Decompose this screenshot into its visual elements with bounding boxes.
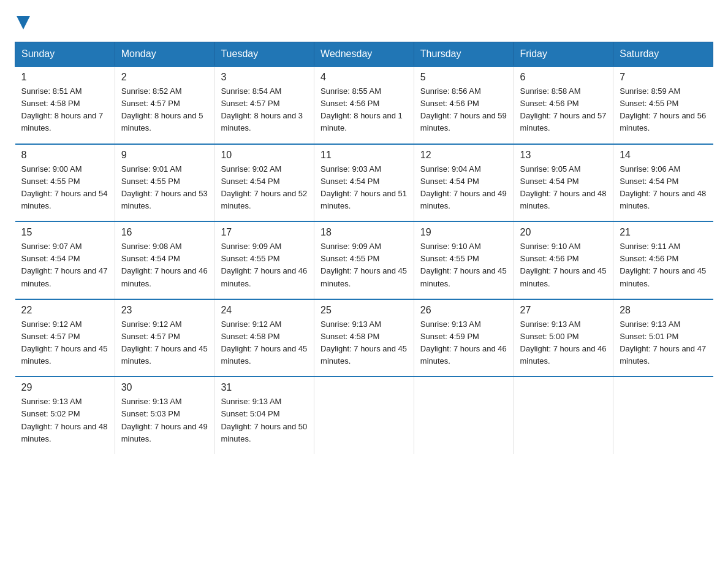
day-number: 1 (21, 72, 108, 83)
calendar-cell: 20 Sunrise: 9:10 AM Sunset: 4:56 PM Dayl… (514, 221, 613, 299)
day-info: Sunrise: 9:08 AM Sunset: 4:54 PM Dayligh… (121, 240, 208, 290)
day-info: Sunrise: 9:13 AM Sunset: 4:59 PM Dayligh… (420, 318, 507, 368)
calendar-cell: 7 Sunrise: 8:59 AM Sunset: 4:55 PM Dayli… (613, 66, 713, 144)
calendar-cell: 3 Sunrise: 8:54 AM Sunset: 4:57 PM Dayli… (214, 66, 314, 144)
day-info: Sunrise: 9:12 AM Sunset: 4:57 PM Dayligh… (121, 318, 208, 368)
day-info: Sunrise: 8:55 AM Sunset: 4:56 PM Dayligh… (320, 85, 408, 135)
column-header-sunday: Sunday (15, 42, 115, 67)
calendar-cell: 27 Sunrise: 9:13 AM Sunset: 5:00 PM Dayl… (514, 299, 613, 377)
day-info: Sunrise: 9:13 AM Sunset: 5:01 PM Dayligh… (620, 318, 707, 368)
svg-marker-0 (17, 16, 30, 29)
day-number: 7 (620, 72, 707, 83)
day-info: Sunrise: 9:09 AM Sunset: 4:55 PM Dayligh… (320, 240, 408, 290)
calendar-cell: 24 Sunrise: 9:12 AM Sunset: 4:58 PM Dayl… (214, 299, 314, 377)
calendar-week-row: 15 Sunrise: 9:07 AM Sunset: 4:54 PM Dayl… (15, 221, 713, 299)
column-header-wednesday: Wednesday (314, 42, 414, 67)
calendar-cell: 26 Sunrise: 9:13 AM Sunset: 4:59 PM Dayl… (414, 299, 514, 377)
calendar-table: SundayMondayTuesdayWednesdayThursdayFrid… (15, 42, 713, 454)
calendar-cell: 2 Sunrise: 8:52 AM Sunset: 4:57 PM Dayli… (115, 66, 214, 144)
calendar-week-row: 29 Sunrise: 9:13 AM Sunset: 5:02 PM Dayl… (15, 377, 713, 454)
day-number: 13 (520, 150, 607, 161)
column-header-friday: Friday (514, 42, 613, 67)
calendar-cell: 23 Sunrise: 9:12 AM Sunset: 4:57 PM Dayl… (115, 299, 214, 377)
column-header-monday: Monday (115, 42, 214, 67)
day-number: 30 (121, 382, 208, 393)
day-number: 20 (520, 227, 607, 238)
day-info: Sunrise: 9:12 AM Sunset: 4:57 PM Dayligh… (21, 318, 108, 368)
calendar-cell (414, 377, 514, 454)
day-number: 27 (520, 305, 607, 316)
day-number: 12 (420, 150, 507, 161)
day-info: Sunrise: 9:10 AM Sunset: 4:56 PM Dayligh… (520, 240, 607, 290)
calendar-cell: 12 Sunrise: 9:04 AM Sunset: 4:54 PM Dayl… (414, 144, 514, 222)
day-info: Sunrise: 9:01 AM Sunset: 4:55 PM Dayligh… (121, 163, 208, 213)
calendar-cell (314, 377, 414, 454)
calendar-cell: 21 Sunrise: 9:11 AM Sunset: 4:56 PM Dayl… (613, 221, 713, 299)
day-info: Sunrise: 8:56 AM Sunset: 4:56 PM Dayligh… (420, 85, 507, 135)
day-number: 5 (420, 72, 507, 83)
calendar-cell: 18 Sunrise: 9:09 AM Sunset: 4:55 PM Dayl… (314, 221, 414, 299)
calendar-cell: 11 Sunrise: 9:03 AM Sunset: 4:54 PM Dayl… (314, 144, 414, 222)
day-info: Sunrise: 9:13 AM Sunset: 5:02 PM Dayligh… (21, 396, 108, 445)
calendar-cell: 19 Sunrise: 9:10 AM Sunset: 4:55 PM Dayl… (414, 221, 514, 299)
day-info: Sunrise: 8:58 AM Sunset: 4:56 PM Dayligh… (520, 85, 607, 135)
day-number: 3 (221, 72, 308, 83)
day-number: 11 (320, 150, 408, 161)
day-number: 23 (121, 305, 208, 316)
day-info: Sunrise: 9:09 AM Sunset: 4:55 PM Dayligh… (221, 240, 308, 290)
day-info: Sunrise: 9:11 AM Sunset: 4:56 PM Dayligh… (620, 240, 707, 290)
day-number: 25 (320, 305, 408, 316)
day-info: Sunrise: 9:02 AM Sunset: 4:54 PM Dayligh… (221, 163, 308, 213)
day-number: 2 (121, 72, 208, 83)
day-number: 19 (420, 227, 507, 238)
column-header-tuesday: Tuesday (214, 42, 314, 67)
day-number: 18 (320, 227, 408, 238)
day-number: 17 (221, 227, 308, 238)
day-info: Sunrise: 8:54 AM Sunset: 4:57 PM Dayligh… (221, 85, 308, 135)
calendar-cell: 8 Sunrise: 9:00 AM Sunset: 4:55 PM Dayli… (15, 144, 115, 222)
day-info: Sunrise: 9:13 AM Sunset: 5:04 PM Dayligh… (221, 396, 308, 445)
calendar-cell: 31 Sunrise: 9:13 AM Sunset: 5:04 PM Dayl… (214, 377, 314, 454)
day-number: 16 (121, 227, 208, 238)
calendar-cell: 5 Sunrise: 8:56 AM Sunset: 4:56 PM Dayli… (414, 66, 514, 144)
calendar-cell: 29 Sunrise: 9:13 AM Sunset: 5:02 PM Dayl… (15, 377, 115, 454)
day-number: 10 (221, 150, 308, 161)
day-number: 26 (420, 305, 507, 316)
calendar-cell: 16 Sunrise: 9:08 AM Sunset: 4:54 PM Dayl… (115, 221, 214, 299)
day-number: 28 (620, 305, 707, 316)
day-number: 4 (320, 72, 408, 83)
day-number: 29 (21, 382, 108, 393)
day-info: Sunrise: 9:06 AM Sunset: 4:54 PM Dayligh… (620, 163, 707, 213)
calendar-header-row: SundayMondayTuesdayWednesdayThursdayFrid… (15, 42, 713, 67)
column-header-saturday: Saturday (613, 42, 713, 67)
column-header-thursday: Thursday (414, 42, 514, 67)
calendar-cell: 25 Sunrise: 9:13 AM Sunset: 4:58 PM Dayl… (314, 299, 414, 377)
calendar-cell: 30 Sunrise: 9:13 AM Sunset: 5:03 PM Dayl… (115, 377, 214, 454)
day-info: Sunrise: 9:05 AM Sunset: 4:54 PM Dayligh… (520, 163, 607, 213)
day-info: Sunrise: 9:03 AM Sunset: 4:54 PM Dayligh… (320, 163, 408, 213)
day-info: Sunrise: 9:04 AM Sunset: 4:54 PM Dayligh… (420, 163, 507, 213)
page-header (15, 15, 713, 29)
day-number: 14 (620, 150, 707, 161)
calendar-cell (613, 377, 713, 454)
day-info: Sunrise: 8:59 AM Sunset: 4:55 PM Dayligh… (620, 85, 707, 135)
day-info: Sunrise: 9:07 AM Sunset: 4:54 PM Dayligh… (21, 240, 108, 290)
calendar-cell: 6 Sunrise: 8:58 AM Sunset: 4:56 PM Dayli… (514, 66, 613, 144)
day-info: Sunrise: 9:10 AM Sunset: 4:55 PM Dayligh… (420, 240, 507, 290)
day-number: 22 (21, 305, 108, 316)
day-info: Sunrise: 9:13 AM Sunset: 5:03 PM Dayligh… (121, 396, 208, 445)
day-info: Sunrise: 9:13 AM Sunset: 4:58 PM Dayligh… (320, 318, 408, 368)
logo (15, 15, 30, 29)
calendar-cell: 15 Sunrise: 9:07 AM Sunset: 4:54 PM Dayl… (15, 221, 115, 299)
logo-triangle-icon (17, 16, 30, 29)
calendar-week-row: 22 Sunrise: 9:12 AM Sunset: 4:57 PM Dayl… (15, 299, 713, 377)
calendar-cell: 14 Sunrise: 9:06 AM Sunset: 4:54 PM Dayl… (613, 144, 713, 222)
calendar-cell: 17 Sunrise: 9:09 AM Sunset: 4:55 PM Dayl… (214, 221, 314, 299)
day-number: 8 (21, 150, 108, 161)
calendar-cell: 22 Sunrise: 9:12 AM Sunset: 4:57 PM Dayl… (15, 299, 115, 377)
day-number: 24 (221, 305, 308, 316)
day-number: 15 (21, 227, 108, 238)
calendar-week-row: 8 Sunrise: 9:00 AM Sunset: 4:55 PM Dayli… (15, 144, 713, 222)
calendar-cell: 13 Sunrise: 9:05 AM Sunset: 4:54 PM Dayl… (514, 144, 613, 222)
day-info: Sunrise: 9:12 AM Sunset: 4:58 PM Dayligh… (221, 318, 308, 368)
